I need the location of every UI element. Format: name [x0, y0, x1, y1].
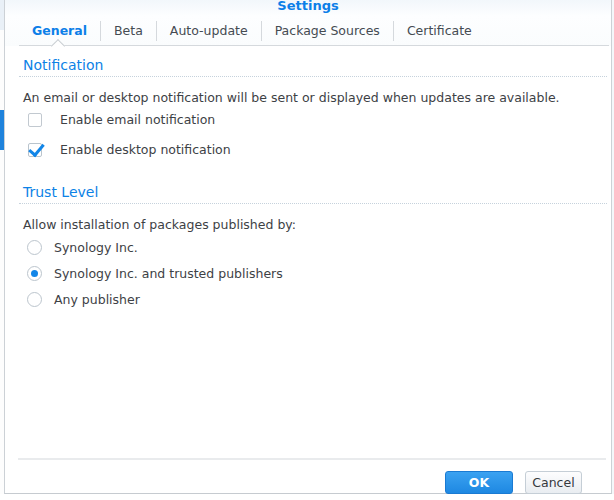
- notification-description: An email or desktop notification will be…: [23, 90, 560, 105]
- tab-beta[interactable]: Beta: [101, 16, 156, 45]
- checkbox-row-desktop-notification[interactable]: Enable desktop notification: [28, 142, 231, 157]
- trusted-publishers-label[interactable]: Synology Inc. and trusted publishers: [54, 266, 283, 281]
- dialog-title: Settings: [5, 0, 611, 13]
- synology-inc-label[interactable]: Synology Inc.: [54, 240, 138, 255]
- synology-inc-radio[interactable]: [27, 240, 42, 255]
- email-notification-label[interactable]: Enable email notification: [60, 112, 215, 127]
- any-publisher-radio[interactable]: [27, 292, 42, 307]
- trust-level-description: Allow installation of packages published…: [23, 217, 296, 232]
- trust-level-heading: Trust Level: [23, 184, 98, 200]
- ok-button[interactable]: OK: [445, 471, 513, 494]
- tab-bar: General Beta Auto-update Package Sources…: [19, 16, 609, 46]
- checkbox-row-email-notification[interactable]: Enable email notification: [28, 112, 215, 127]
- radio-row-any-publisher[interactable]: Any publisher: [27, 292, 140, 307]
- trust-level-divider: [19, 203, 607, 204]
- settings-dialog: Settings General Beta Auto-update Packag…: [4, 0, 612, 494]
- tab-package-sources[interactable]: Package Sources: [262, 16, 393, 45]
- radio-row-synology-inc[interactable]: Synology Inc.: [27, 240, 138, 255]
- trusted-publishers-radio[interactable]: [27, 266, 42, 281]
- any-publisher-label[interactable]: Any publisher: [54, 292, 140, 307]
- notification-heading: Notification: [23, 57, 103, 73]
- tab-certificate[interactable]: Certificate: [394, 16, 485, 45]
- radio-row-trusted-publishers[interactable]: Synology Inc. and trusted publishers: [27, 266, 283, 281]
- tab-auto-update[interactable]: Auto-update: [157, 16, 261, 45]
- desktop-notification-checkbox[interactable]: [28, 143, 42, 157]
- notification-divider: [19, 76, 607, 77]
- footer-divider: [18, 458, 606, 460]
- email-notification-checkbox[interactable]: [28, 113, 42, 127]
- cancel-button[interactable]: Cancel: [525, 471, 582, 494]
- desktop-notification-label[interactable]: Enable desktop notification: [60, 142, 231, 157]
